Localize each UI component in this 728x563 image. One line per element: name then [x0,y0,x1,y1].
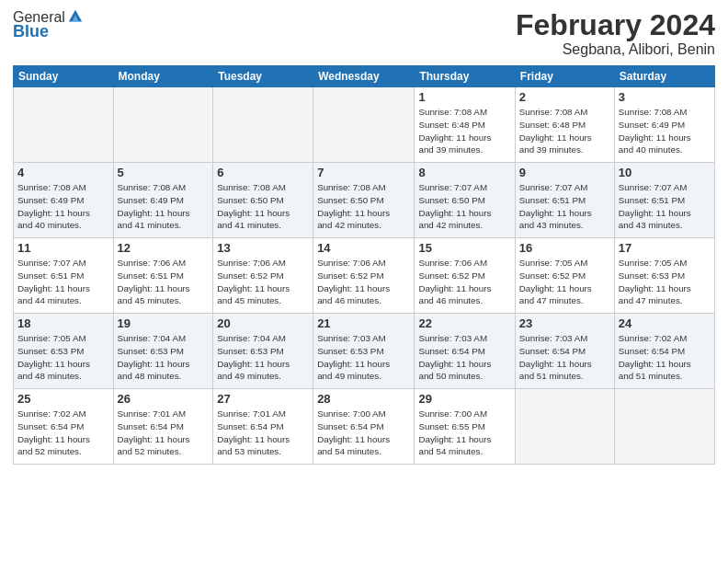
day-number: 29 [418,392,510,406]
calendar-cell: 22Sunrise: 7:03 AMSunset: 6:54 PMDayligh… [415,314,515,389]
day-number: 12 [118,241,210,255]
title-area: February 2024 Segbana, Alibori, Benin [516,9,715,58]
calendar-cell: 24Sunrise: 7:02 AMSunset: 6:54 PMDayligh… [614,314,714,389]
calendar-cell: 19Sunrise: 7:04 AMSunset: 6:53 PMDayligh… [113,314,213,389]
day-info: Sunrise: 7:04 AMSunset: 6:53 PMDaylight:… [118,332,210,383]
calendar-cell [313,87,415,163]
month-title: February 2024 [516,9,715,41]
day-number: 21 [317,316,410,330]
calendar-cell: 7Sunrise: 7:08 AMSunset: 6:50 PMDaylight… [313,163,415,238]
calendar-cell: 8Sunrise: 7:07 AMSunset: 6:50 PMDaylight… [415,163,515,238]
day-number: 25 [17,392,109,406]
day-info: Sunrise: 7:06 AMSunset: 6:52 PMDaylight:… [317,257,410,307]
day-info: Sunrise: 7:08 AMSunset: 6:48 PMDaylight:… [519,106,610,156]
logo-blue-text: Blue [13,22,84,41]
day-number: 15 [418,241,510,255]
calendar-week-row: 4Sunrise: 7:08 AMSunset: 6:49 PMDaylight… [14,163,715,238]
day-info: Sunrise: 7:00 AMSunset: 6:54 PMDaylight:… [317,408,410,458]
day-info: Sunrise: 7:08 AMSunset: 6:48 PMDaylight:… [418,106,510,156]
day-info: Sunrise: 7:07 AMSunset: 6:51 PMDaylight:… [519,181,610,232]
day-info: Sunrise: 7:01 AMSunset: 6:54 PMDaylight:… [118,408,210,458]
day-number: 16 [519,241,610,255]
calendar-cell: 26Sunrise: 7:01 AMSunset: 6:54 PMDayligh… [113,389,213,465]
col-sunday: Sunday [14,66,114,87]
day-number: 7 [317,166,410,179]
calendar-cell: 17Sunrise: 7:05 AMSunset: 6:53 PMDayligh… [614,238,714,314]
calendar-cell [614,389,714,465]
day-number: 9 [519,166,610,179]
calendar-cell: 1Sunrise: 7:08 AMSunset: 6:48 PMDaylight… [415,87,515,163]
calendar-cell: 2Sunrise: 7:08 AMSunset: 6:48 PMDaylight… [515,87,614,163]
day-number: 17 [619,241,711,255]
calendar-cell: 5Sunrise: 7:08 AMSunset: 6:49 PMDaylight… [113,163,213,238]
day-info: Sunrise: 7:05 AMSunset: 6:52 PMDaylight:… [519,257,610,307]
day-number: 8 [418,166,510,179]
logo: General Blue [13,9,84,41]
calendar-cell: 25Sunrise: 7:02 AMSunset: 6:54 PMDayligh… [14,389,114,465]
day-info: Sunrise: 7:06 AMSunset: 6:52 PMDaylight:… [418,257,510,307]
calendar-cell: 20Sunrise: 7:04 AMSunset: 6:53 PMDayligh… [213,314,313,389]
day-number: 11 [17,241,109,255]
day-info: Sunrise: 7:06 AMSunset: 6:52 PMDaylight:… [217,257,309,307]
header: General Blue February 2024 Segbana, Alib… [13,9,715,58]
location-title: Segbana, Alibori, Benin [516,41,715,58]
day-number: 27 [217,392,309,406]
day-number: 13 [217,241,309,255]
day-info: Sunrise: 7:03 AMSunset: 6:53 PMDaylight:… [317,332,410,383]
calendar-cell: 13Sunrise: 7:06 AMSunset: 6:52 PMDayligh… [213,238,313,314]
day-number: 22 [418,316,510,330]
day-number: 4 [17,166,109,179]
calendar-cell: 18Sunrise: 7:05 AMSunset: 6:53 PMDayligh… [14,314,114,389]
calendar-cell: 29Sunrise: 7:00 AMSunset: 6:55 PMDayligh… [415,389,515,465]
calendar-cell: 15Sunrise: 7:06 AMSunset: 6:52 PMDayligh… [415,238,515,314]
day-info: Sunrise: 7:08 AMSunset: 6:50 PMDaylight:… [317,181,410,232]
day-info: Sunrise: 7:07 AMSunset: 6:51 PMDaylight:… [619,181,711,232]
col-wednesday: Wednesday [313,66,415,87]
day-info: Sunrise: 7:07 AMSunset: 6:51 PMDaylight:… [17,257,109,307]
day-number: 26 [118,392,210,406]
day-number: 19 [118,316,210,330]
calendar-week-row: 1Sunrise: 7:08 AMSunset: 6:48 PMDaylight… [14,87,715,163]
calendar-cell: 11Sunrise: 7:07 AMSunset: 6:51 PMDayligh… [14,238,114,314]
day-number: 10 [619,166,711,179]
calendar-cell: 23Sunrise: 7:03 AMSunset: 6:54 PMDayligh… [515,314,614,389]
day-number: 14 [317,241,410,255]
col-tuesday: Tuesday [213,66,313,87]
day-number: 6 [217,166,309,179]
calendar-cell [515,389,614,465]
col-thursday: Thursday [415,66,515,87]
day-info: Sunrise: 7:01 AMSunset: 6:54 PMDaylight:… [217,408,309,458]
calendar-cell [14,87,114,163]
calendar-table: Sunday Monday Tuesday Wednesday Thursday… [13,65,715,465]
calendar-cell: 28Sunrise: 7:00 AMSunset: 6:54 PMDayligh… [313,389,415,465]
day-info: Sunrise: 7:00 AMSunset: 6:55 PMDaylight:… [418,408,510,458]
day-number: 1 [418,90,510,104]
calendar-cell: 21Sunrise: 7:03 AMSunset: 6:53 PMDayligh… [313,314,415,389]
calendar-cell: 9Sunrise: 7:07 AMSunset: 6:51 PMDaylight… [515,163,614,238]
day-info: Sunrise: 7:08 AMSunset: 6:49 PMDaylight:… [118,181,210,232]
calendar-cell: 6Sunrise: 7:08 AMSunset: 6:50 PMDaylight… [213,163,313,238]
calendar-header-row: Sunday Monday Tuesday Wednesday Thursday… [14,66,715,87]
calendar-cell [113,87,213,163]
day-info: Sunrise: 7:04 AMSunset: 6:53 PMDaylight:… [217,332,309,383]
calendar-week-row: 18Sunrise: 7:05 AMSunset: 6:53 PMDayligh… [14,314,715,389]
day-info: Sunrise: 7:07 AMSunset: 6:50 PMDaylight:… [418,181,510,232]
day-number: 18 [17,316,109,330]
day-info: Sunrise: 7:02 AMSunset: 6:54 PMDaylight:… [17,408,109,458]
calendar-week-row: 11Sunrise: 7:07 AMSunset: 6:51 PMDayligh… [14,238,715,314]
calendar-cell: 3Sunrise: 7:08 AMSunset: 6:49 PMDaylight… [614,87,714,163]
day-number: 5 [118,166,210,179]
calendar-cell: 10Sunrise: 7:07 AMSunset: 6:51 PMDayligh… [614,163,714,238]
calendar-cell [213,87,313,163]
day-number: 28 [317,392,410,406]
day-number: 3 [619,90,711,104]
calendar-week-row: 25Sunrise: 7:02 AMSunset: 6:54 PMDayligh… [14,389,715,465]
day-info: Sunrise: 7:03 AMSunset: 6:54 PMDaylight:… [418,332,510,383]
logo-icon [67,8,84,25]
day-info: Sunrise: 7:06 AMSunset: 6:51 PMDaylight:… [118,257,210,307]
day-info: Sunrise: 7:03 AMSunset: 6:54 PMDaylight:… [519,332,610,383]
day-info: Sunrise: 7:08 AMSunset: 6:49 PMDaylight:… [619,106,711,156]
calendar-cell: 12Sunrise: 7:06 AMSunset: 6:51 PMDayligh… [113,238,213,314]
day-number: 2 [519,90,610,104]
col-friday: Friday [515,66,614,87]
